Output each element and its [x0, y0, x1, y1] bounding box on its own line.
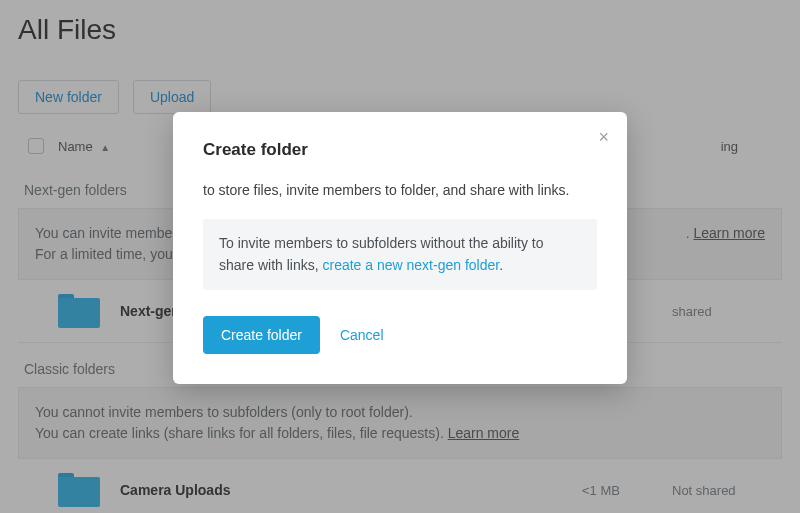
- create-folder-button[interactable]: Create folder: [203, 316, 320, 354]
- modal-note-suffix: .: [499, 257, 503, 273]
- modal-overlay[interactable]: × Create folder to store files, invite m…: [0, 0, 800, 513]
- modal-title: Create folder: [203, 140, 597, 160]
- cancel-button[interactable]: Cancel: [340, 327, 384, 343]
- create-folder-modal: × Create folder to store files, invite m…: [173, 112, 627, 384]
- create-nextgen-link[interactable]: create a new next-gen folder: [322, 257, 499, 273]
- modal-actions: Create folder Cancel: [203, 316, 597, 354]
- modal-description: to store files, invite members to folder…: [203, 180, 597, 201]
- modal-note: To invite members to subfolders without …: [203, 219, 597, 290]
- close-icon[interactable]: ×: [598, 128, 609, 146]
